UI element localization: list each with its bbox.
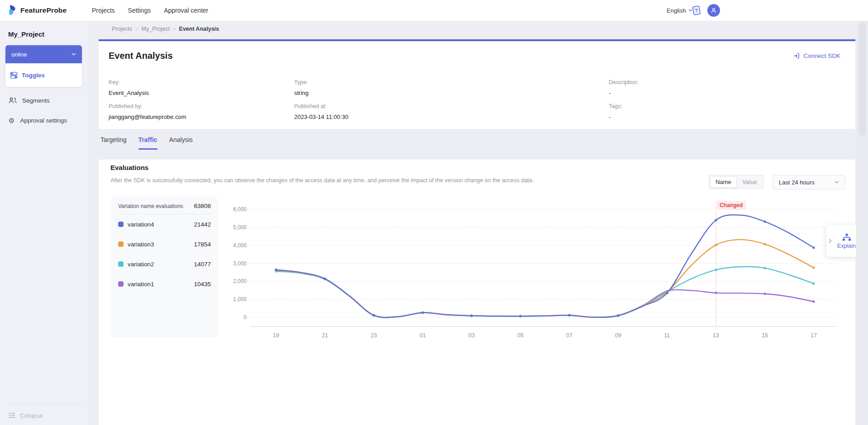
connect-sdk-label: Connect SDK <box>803 52 840 59</box>
evaluations-description: After the SDK is successfully connected,… <box>110 177 534 184</box>
name-value-toggle: Name Value <box>709 175 764 189</box>
main-nav: Projects Settings Approval center <box>92 0 208 21</box>
chevron-right-icon <box>828 238 832 244</box>
svg-text:09: 09 <box>615 332 621 339</box>
nav-item-approval-center[interactable]: Approval center <box>164 7 208 14</box>
toggles-icon <box>10 71 18 79</box>
series-color-dot <box>118 222 124 227</box>
brand-label: FeatureProbe <box>20 6 67 14</box>
sitemap-icon <box>842 233 851 241</box>
connect-sdk-icon <box>793 52 800 59</box>
svg-text:03: 03 <box>468 332 475 339</box>
svg-text:23: 23 <box>371 332 377 339</box>
svg-text:15: 15 <box>762 332 768 339</box>
user-icon <box>710 7 717 14</box>
series-color-dot <box>118 281 124 287</box>
svg-text:05: 05 <box>517 332 524 339</box>
svg-text:13: 13 <box>713 332 719 339</box>
svg-text:19: 19 <box>273 332 279 339</box>
toggle-option-value[interactable]: Value <box>737 176 763 188</box>
environment-label: online <box>11 51 27 58</box>
collapse-icon <box>8 412 15 419</box>
legend-row: variation1 10435 <box>111 274 218 294</box>
tab-targeting[interactable]: Targeting <box>100 136 127 150</box>
chevron-down-icon <box>72 53 76 56</box>
series-color-dot <box>118 261 124 267</box>
chevron-right-icon: > <box>173 26 176 32</box>
project-name: My_Project <box>8 30 44 38</box>
svg-text:2,000: 2,000 <box>233 278 247 284</box>
evaluations-card: Evaluations After the SDK is successfull… <box>99 160 855 425</box>
time-range-dropdown[interactable]: Last 24 hours <box>773 175 845 189</box>
connect-sdk-link[interactable]: Connect SDK <box>793 52 840 59</box>
explain-label: Explain <box>837 243 856 249</box>
sidebar-item-toggles[interactable]: Toggles <box>5 63 82 87</box>
language-selector[interactable]: English <box>667 0 692 21</box>
breadcrumb-current: Event Analysis <box>179 26 219 32</box>
language-label: English <box>667 7 686 14</box>
help-icon[interactable]: ? <box>691 5 702 16</box>
scrollbar-thumb[interactable] <box>859 23 866 136</box>
collapse-button[interactable]: Collapse <box>8 409 43 422</box>
nav-item-projects[interactable]: Projects <box>92 7 115 14</box>
tab-bar: Targeting Traffic Analysis <box>100 136 193 150</box>
chevron-down-icon <box>835 181 839 184</box>
sidebar-item-segments[interactable]: Segments <box>0 90 87 110</box>
tab-traffic[interactable]: Traffic <box>138 136 157 150</box>
breadcrumb-projects[interactable]: Projects <box>112 26 132 32</box>
field-type: Type: string <box>294 79 309 96</box>
svg-text:6,000: 6,000 <box>233 206 247 212</box>
svg-text:21: 21 <box>322 332 328 339</box>
legend-row: variation2 14077 <box>111 254 218 274</box>
svg-text:5,000: 5,000 <box>233 224 247 231</box>
tab-analysis[interactable]: Analysis <box>169 136 193 150</box>
series-color-dot <box>118 241 124 247</box>
legend-panel: Variation name evaluations 63808 variati… <box>111 197 218 338</box>
breadcrumb-project[interactable]: My_Project <box>142 26 170 32</box>
field-published-by: Published by: jianggang@featureprobe.com <box>109 103 186 120</box>
field-key: Key: Event_Analysis <box>109 79 149 96</box>
svg-text:0: 0 <box>243 314 247 321</box>
field-tags: Tags: - <box>609 103 622 120</box>
segments-icon <box>9 97 17 104</box>
toggle-option-name[interactable]: Name <box>710 176 737 188</box>
sidebar: My_Project online Toggles <box>0 21 87 425</box>
explain-panel[interactable]: Explain <box>826 225 856 257</box>
changed-badge: Changed <box>716 201 746 210</box>
avatar[interactable] <box>707 4 720 17</box>
collapse-label: Collapse <box>20 412 43 419</box>
legend-header: Variation name evaluations 63808 <box>111 197 218 209</box>
environment-selector[interactable]: online <box>5 45 82 63</box>
sidebar-divider <box>8 405 81 405</box>
field-description: Description: - <box>609 79 639 96</box>
featureprobe-logo-icon <box>7 5 17 17</box>
svg-text:17: 17 <box>811 332 817 339</box>
evaluations-title: Evaluations <box>110 164 148 171</box>
svg-text:3,000: 3,000 <box>233 260 247 267</box>
navbar: FeatureProbe Projects Settings Approval … <box>0 0 868 21</box>
legend-row: variation3 17854 <box>111 234 218 254</box>
legend-row: variation4 21442 <box>111 214 218 234</box>
environment-card: online Toggles <box>5 45 82 87</box>
brand[interactable]: FeatureProbe <box>7 0 67 21</box>
page-title: Event Analysis <box>109 51 173 61</box>
chevron-right-icon: > <box>135 26 138 32</box>
svg-text:1,000: 1,000 <box>233 296 247 302</box>
sidebar-item-approval-settings[interactable]: ⚙ Approval settings <box>0 110 87 130</box>
nav-item-settings[interactable]: Settings <box>128 7 151 14</box>
sidebar-item-label: Approval settings <box>20 117 67 124</box>
breadcrumb: Projects > My_Project > Event Analysis <box>112 26 219 32</box>
svg-text:11: 11 <box>664 332 670 339</box>
scrollbar-track[interactable] <box>857 21 868 425</box>
svg-text:4,000: 4,000 <box>233 242 247 249</box>
field-published-at: Published at: 2023-03-14 11:00:30 <box>294 103 348 120</box>
sidebar-item-label: Toggles <box>22 72 45 79</box>
time-range-label: Last 24 hours <box>779 179 815 186</box>
legend-total: 63808 <box>194 203 211 209</box>
sidebar-item-label: Segments <box>22 97 50 104</box>
gear-icon: ⚙ <box>9 117 14 124</box>
svg-text:01: 01 <box>420 332 426 339</box>
header-card: Event Analysis Connect SDK Key: Event_An… <box>99 39 855 129</box>
svg-text:07: 07 <box>566 332 572 339</box>
